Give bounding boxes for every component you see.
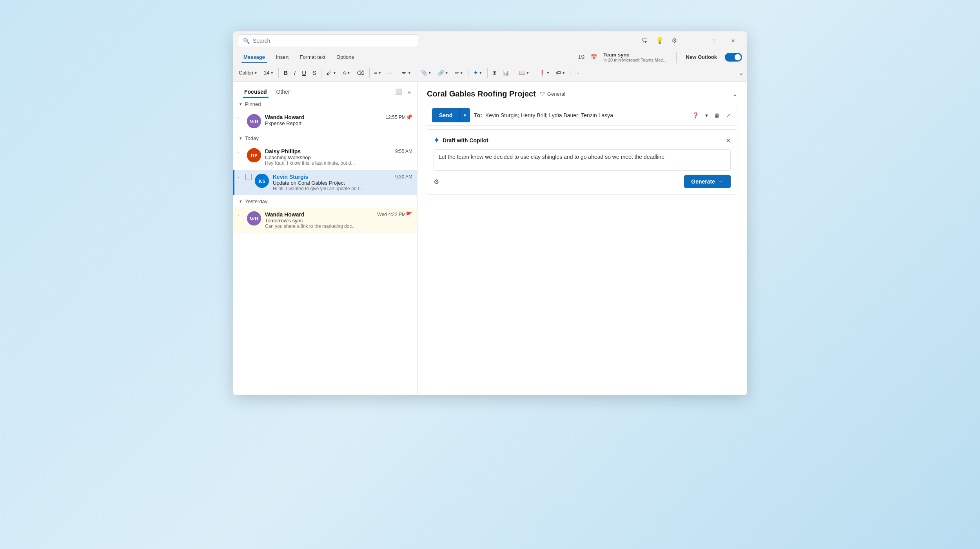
email-expand-wanda-y-icon[interactable]: › (238, 211, 245, 217)
link-icon: 🔗 (438, 70, 444, 76)
annotate-button[interactable]: ✏ ▼ (452, 68, 466, 77)
today-section-header[interactable]: ▾ Today (233, 132, 417, 144)
yesterday-chevron-icon: ▾ (240, 199, 242, 204)
tab-format-text[interactable]: Format text (294, 51, 331, 63)
tab-options[interactable]: Options (331, 51, 359, 63)
highlight-button[interactable]: 🖊 ▼ (324, 68, 339, 78)
copilot-close-button[interactable]: ✕ (726, 137, 731, 144)
font-selector[interactable]: Calibri ▼ (236, 69, 260, 76)
delete-button[interactable]: 🗑 (713, 111, 721, 120)
notifications-icon[interactable]: 🗨 (642, 37, 648, 44)
italic-button[interactable]: I (292, 68, 298, 78)
menu-bar-right: 1/2 📅 Team sync in 20 min Microsoft Team… (578, 52, 742, 63)
toolbar: Calibri ▼ 14 ▼ B I U S 🖊 ▼ A ▼ ⌫ ≡ ▼ ··· (233, 64, 747, 82)
tab-focused[interactable]: Focused (240, 85, 272, 98)
tags-chevron-icon: ▼ (562, 71, 565, 75)
toolbar-collapse-btn[interactable]: ⌄ (739, 69, 744, 76)
tab-message[interactable]: Message (238, 51, 270, 63)
lightbulb-icon[interactable]: 💡 (656, 37, 664, 44)
email-item-wanda-yesterday[interactable]: › WH Wanda Howard Wed 4:22 PM Tomorrow's… (233, 207, 417, 233)
strikethrough-button[interactable]: S (310, 68, 319, 78)
settings-icon[interactable]: ⚙ (671, 37, 677, 44)
imp-chevron-icon: ▼ (546, 71, 550, 75)
font-size-selector[interactable]: 14 ▼ (261, 69, 276, 76)
more-button[interactable]: ··· (385, 68, 394, 77)
signature-icon: ✒ (402, 69, 407, 76)
email-time-wanda-y: Wed 4:22 PM (377, 212, 406, 217)
copilot-options-icon[interactable]: ⚙ (434, 178, 439, 185)
font-color-icon: A (343, 70, 346, 76)
email-preview-wanda-y: Can you share a link to the marketing do… (265, 224, 406, 229)
generate-button[interactable]: Generate → (684, 175, 731, 188)
search-box[interactable]: 🔍 (238, 35, 418, 47)
yesterday-section-header[interactable]: ▾ Yesterday (233, 195, 417, 207)
compose-collapse-btn[interactable]: ⌄ (732, 90, 737, 98)
signature-button[interactable]: ✒ ▼ (399, 68, 414, 78)
maximize-button[interactable]: □ (704, 35, 722, 47)
send-button[interactable]: Send (432, 108, 459, 122)
email-subject-kevin: Update on Coral Gables Project (273, 180, 412, 186)
email-list-panel: Focused Other ⬜ ≡ ▾ Pinned › W (233, 82, 417, 395)
reader-icon: 📖 (519, 70, 525, 76)
highlight-icon: 🖊 (326, 69, 332, 76)
popout-button[interactable]: ⤢ (724, 111, 732, 120)
align-button[interactable]: ≡ ▼ (372, 68, 384, 77)
svg-text:DP: DP (250, 153, 257, 158)
focused-bar: Focused Other ⬜ ≡ (233, 82, 417, 98)
recip-chevron-icon[interactable]: ▾ (704, 111, 710, 120)
sort-icon[interactable]: ≡ (407, 89, 411, 95)
chart-icon: 📊 (503, 70, 509, 76)
new-outlook-toggle[interactable] (725, 53, 742, 62)
email-item-daisy[interactable]: › DP Daisy Phillips 9:55 AM Coaching Wor… (233, 144, 417, 170)
to-label: To: (474, 112, 482, 118)
team-sync-info: Team sync in 20 min Microsoft Teams Mee.… (603, 52, 666, 62)
email-item-kevin[interactable]: › KS Kevin Sturgis 9:30 AM Update on Cor… (233, 170, 417, 195)
font-color-button[interactable]: A ▼ (340, 68, 353, 77)
tab-insert[interactable]: Insert (270, 51, 294, 63)
minimize-button[interactable]: — (685, 35, 703, 47)
avatar-img-wanda-y: WH (247, 211, 261, 225)
copilot-toolbar-button[interactable]: ✦ ▼ (471, 67, 485, 78)
chart-button[interactable]: 📊 (501, 68, 512, 77)
filter-icon[interactable]: ⬜ (395, 88, 403, 95)
email-checkbox-kevin[interactable] (245, 174, 252, 180)
email-expand-kevin-icon[interactable]: › (238, 174, 245, 180)
tags-button[interactable]: 🏷 ▼ (554, 68, 568, 77)
link-chevron-icon: ▼ (445, 71, 448, 75)
size-chevron-icon: ▼ (270, 71, 274, 75)
fontcolor-chevron-icon: ▼ (347, 71, 350, 75)
pinned-section-header[interactable]: ▾ Pinned (233, 98, 417, 110)
link-button[interactable]: 🔗 ▼ (436, 68, 451, 77)
underline-button[interactable]: U (299, 68, 309, 78)
email-expand-icon[interactable]: › (238, 114, 245, 120)
importance-button[interactable]: ❗ ▼ (537, 68, 552, 77)
compose-header-right: ⌄ (732, 90, 737, 98)
avatar-img-wanda: WH (247, 114, 261, 128)
copilot-sparkle-icon: ✦ (434, 136, 439, 145)
table-button[interactable]: ⊞ (490, 68, 499, 77)
email-header-wanda-pinned: Wanda Howard 12:55 PM (265, 114, 406, 120)
copilot-title: ✦ Draft with Copilot (434, 136, 488, 145)
bold-button[interactable]: B (281, 68, 290, 78)
clear-format-button[interactable]: ⌫ (354, 68, 367, 78)
email-item-pinned-wanda[interactable]: › WH Wanda Howard 12:55 PM Expense Repor… (233, 110, 417, 132)
send-dropdown-button[interactable]: ▾ (459, 108, 470, 122)
copilot-input[interactable] (434, 149, 731, 171)
send-row: Send ▾ To: Kevin Sturgis; Henry Brill; L… (427, 105, 737, 126)
search-input[interactable] (253, 38, 413, 44)
copilot-footer: ⚙ Generate → (434, 175, 731, 188)
close-button[interactable]: ✕ (724, 35, 742, 47)
attach-button[interactable]: 📎 ▼ (419, 68, 434, 77)
shield-icon: 🛡 (540, 91, 545, 97)
email-expand-daisy-icon[interactable]: › (238, 148, 245, 154)
email-preview-daisy: Hey Katri, I know this is last minute, b… (265, 160, 412, 166)
help-button[interactable]: ❓ (691, 111, 701, 120)
sep3 (369, 68, 370, 78)
sep5 (416, 68, 416, 78)
reader-chevron-icon: ▼ (526, 71, 530, 75)
toolbar-more-button[interactable]: ··· (573, 68, 582, 77)
tab-other[interactable]: Other (272, 85, 295, 98)
immersive-reader-button[interactable]: 📖 ▼ (517, 68, 532, 77)
pin-icon: 📌 (406, 114, 412, 120)
generate-label: Generate (691, 178, 715, 185)
